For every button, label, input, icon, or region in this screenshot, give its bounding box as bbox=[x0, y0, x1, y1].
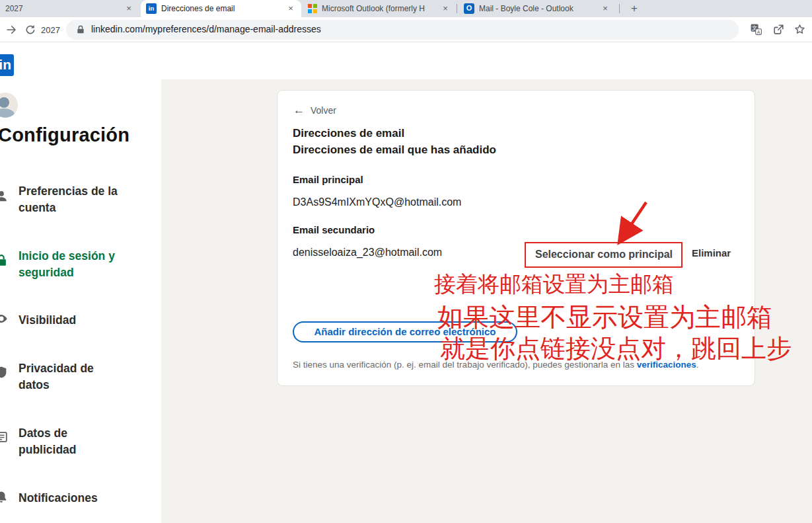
tab-title: Mail - Boyle Cole - Outlook bbox=[479, 4, 595, 13]
microsoft-favicon bbox=[308, 4, 317, 13]
sidebar-item-visibilidad[interactable]: Visibilidad bbox=[18, 312, 76, 329]
sidebar-item-inicio-de-sesion-y-seguridad[interactable]: Inicio de sesión y seguridad bbox=[18, 248, 144, 281]
delete-button[interactable]: Eliminar bbox=[692, 247, 731, 259]
linkedin-header bbox=[0, 42, 812, 79]
page-title: Configuración bbox=[0, 124, 129, 146]
secondary-email-value: denisseloaiza_23@hotmail.com bbox=[293, 247, 442, 259]
url-text: linkedin.com/mypreferences/d/manage-emai… bbox=[91, 24, 321, 34]
toolbar-page-label: 2027 bbox=[41, 25, 60, 35]
card-subtitle: Direcciones de email que has añadido bbox=[293, 143, 496, 157]
sidebar-item-preferencias-de-la-cuenta[interactable]: Preferencias de la cuenta bbox=[18, 183, 144, 216]
tab-title: 2027 bbox=[5, 4, 119, 13]
tab-title: Microsoft Outlook (formerly H bbox=[322, 4, 435, 13]
svg-text:A: A bbox=[757, 30, 760, 35]
primary-email-value: D3As9S4mIXmYQxQ@hotmail.com bbox=[293, 196, 461, 208]
browser-toolbar: 2027 linkedin.com/mypreferences/d/manage… bbox=[0, 17, 812, 42]
tab-2027[interactable]: 2027 × bbox=[0, 0, 139, 17]
bell-icon bbox=[0, 490, 9, 504]
tab-direcciones-de-email[interactable]: in Direcciones de email × bbox=[141, 0, 301, 17]
person-icon bbox=[0, 189, 9, 204]
annotation-arrow bbox=[605, 197, 658, 253]
shield-icon bbox=[0, 365, 9, 380]
back-arrow-icon: ← bbox=[293, 104, 305, 117]
new-tab-button[interactable]: + bbox=[626, 1, 642, 17]
card-title: Direcciones de email bbox=[293, 127, 404, 140]
lock-icon bbox=[0, 253, 9, 268]
ad-data-icon bbox=[0, 430, 9, 444]
secondary-email-label: Email secundario bbox=[293, 224, 375, 235]
annotation-highlight-box bbox=[525, 242, 683, 268]
back-label: Volver bbox=[311, 105, 336, 116]
tab-separator bbox=[457, 4, 457, 13]
linkedin-favicon: in bbox=[146, 3, 157, 14]
tab-strip: 2027 × in Direcciones de email × Microso… bbox=[0, 0, 812, 17]
reload-icon[interactable] bbox=[24, 24, 36, 36]
sidebar-item-notificaciones[interactable]: Notificaciones bbox=[18, 490, 98, 506]
close-icon[interactable]: × bbox=[124, 3, 134, 14]
close-icon[interactable]: × bbox=[440, 3, 451, 14]
sidebar-item-privacidad-de-datos[interactable]: Privacidad de datos bbox=[18, 360, 118, 393]
browser-window: 2027 × in Direcciones de email × Microso… bbox=[0, 0, 812, 523]
lock-icon[interactable] bbox=[75, 24, 86, 35]
address-bar[interactable]: linkedin.com/mypreferences/d/manage-emai… bbox=[66, 20, 739, 40]
annotation-line-2: 如果这里不显示设置为主邮箱 bbox=[437, 303, 772, 332]
primary-email-label: Email principal bbox=[293, 174, 363, 185]
tab-title: Direcciones de email bbox=[161, 4, 281, 13]
share-icon[interactable] bbox=[772, 23, 785, 36]
tab-separator bbox=[619, 4, 620, 13]
linkedin-logo[interactable]: in bbox=[0, 54, 14, 76]
outlook-favicon: O bbox=[464, 3, 474, 14]
sidebar-item-datos-de-publicidad[interactable]: Datos de publicidad bbox=[18, 425, 111, 458]
tab-microsoft-outlook[interactable]: Microsoft Outlook (formerly H × bbox=[303, 0, 456, 17]
bookmark-star-icon[interactable] bbox=[794, 23, 806, 36]
close-icon[interactable]: × bbox=[600, 3, 610, 14]
back-button[interactable]: ← Volver bbox=[293, 104, 336, 117]
eye-icon bbox=[0, 311, 9, 326]
translate-icon[interactable]: 文 A bbox=[750, 23, 762, 36]
annotation-line-3: 就是你点链接没点对，跳回上步 bbox=[440, 335, 792, 363]
annotation-line-1: 接着将邮箱设置为主邮箱 bbox=[434, 272, 674, 297]
avatar-head bbox=[0, 97, 9, 108]
tab-mail-boyle-cole[interactable]: O Mail - Boyle Cole - Outlook × bbox=[459, 0, 616, 17]
forward-icon[interactable] bbox=[5, 24, 17, 36]
close-icon[interactable]: × bbox=[285, 3, 296, 14]
